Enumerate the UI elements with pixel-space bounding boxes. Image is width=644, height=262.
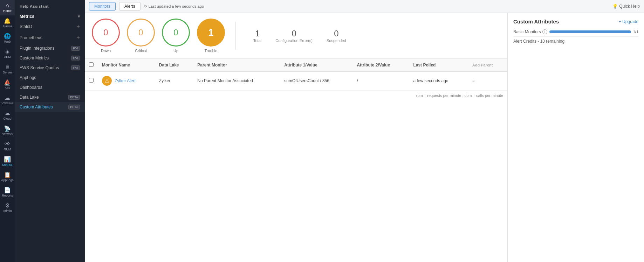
top-bar-left: Monitors Alerts ↻ Last updated a few sec… bbox=[89, 2, 204, 10]
quick-help-icon: 💡 bbox=[612, 4, 618, 9]
critical-label: Critical bbox=[135, 49, 147, 53]
sidebar-item-aws-service-quotas[interactable]: AWS Service Quotas PVI bbox=[15, 63, 85, 73]
critical-circle: 0 bbox=[127, 19, 155, 47]
prometheus-add-icon[interactable]: + bbox=[77, 35, 80, 41]
nav-apm[interactable]: ◈ APM bbox=[0, 46, 15, 62]
nav-home[interactable]: ⌂ Home bbox=[0, 0, 15, 15]
aws-service-quotas-label: AWS Service Quotas bbox=[20, 65, 59, 70]
nav-admin-label: Admin bbox=[3, 209, 12, 213]
basic-monitors-row: Basic Monitors i 1/1 bbox=[513, 29, 638, 34]
metrics-expand-icon: ▾ bbox=[78, 14, 80, 19]
sidebar-item-prometheus[interactable]: Prometheus + bbox=[15, 32, 85, 43]
monitors-tab[interactable]: Monitors bbox=[89, 2, 116, 10]
sidebar-item-plugin-integrations[interactable]: Plugin Integrations PVI bbox=[15, 43, 85, 53]
alert-credits: Alert Credits - 10 remaining bbox=[513, 36, 638, 44]
nav-web[interactable]: 🌐 Web bbox=[0, 31, 15, 46]
circle-down: 0 Down bbox=[92, 19, 120, 53]
summary-config-errors: 0 Configuration Error(s) bbox=[275, 29, 313, 43]
nav-applogs[interactable]: 📋 AppLogs bbox=[0, 169, 15, 185]
col-add-parent: Add Parent bbox=[468, 59, 507, 72]
dashboards-label: Dashboards bbox=[20, 85, 42, 90]
trouble-circle: 1 bbox=[197, 19, 225, 47]
col-last-polled: Last Polled bbox=[409, 59, 468, 72]
nav-metrics[interactable]: 📊 Metrics bbox=[0, 154, 15, 169]
nav-k8s-label: K8s bbox=[5, 86, 10, 90]
sidebar-item-data-lake[interactable]: Data Lake BETA bbox=[15, 92, 85, 102]
footnote: rpm = requests per minute , cpm = calls … bbox=[85, 90, 507, 100]
last-polled-cell: a few seconds ago bbox=[409, 72, 468, 90]
trouble-value: 1 bbox=[208, 27, 214, 38]
add-parent-cell: ≡ bbox=[468, 72, 507, 90]
col-parent-monitor: Parent Monitor bbox=[193, 59, 280, 72]
quick-help-label: Quick Help bbox=[619, 4, 640, 9]
down-circle: 0 bbox=[92, 19, 120, 47]
up-circle: 0 bbox=[162, 19, 190, 47]
nav-server[interactable]: 🖥 Server bbox=[0, 62, 15, 77]
home-icon: ⌂ bbox=[6, 3, 9, 8]
sidebar-item-custom-metrics[interactable]: Custom Metrics PVI bbox=[15, 53, 85, 63]
sidebar-item-statsd[interactable]: StatsD + bbox=[15, 21, 85, 32]
stats-divider bbox=[235, 22, 236, 50]
alerts-tab[interactable]: Alerts bbox=[119, 2, 141, 10]
custom-metrics-label: Custom Metrics bbox=[20, 56, 49, 61]
custom-metrics-badge: PVI bbox=[71, 56, 80, 61]
nav-reports[interactable]: 📄 Reports bbox=[0, 185, 15, 200]
nav-rum[interactable]: 👁 RUM bbox=[0, 139, 15, 154]
server-icon: 🖥 bbox=[5, 64, 10, 70]
applogs-sidebar-label: AppLogs bbox=[20, 75, 36, 80]
nav-network[interactable]: 📡 Network bbox=[0, 123, 15, 139]
monitor-panel: 0 Down 0 Critical 0 Up bbox=[85, 13, 507, 262]
nav-reports-label: Reports bbox=[2, 194, 13, 197]
right-panel: Custom Attributes + Upgrade Basic Monito… bbox=[507, 13, 644, 262]
table-body: ⚠ Zylker Alert Zylker No Parent Monitor … bbox=[85, 72, 507, 90]
plugin-integrations-label: Plugin Integrations bbox=[20, 46, 54, 51]
col-attr2: Attribute 2/Value bbox=[352, 59, 409, 72]
nav-cloud[interactable]: ☁ Cloud bbox=[0, 108, 15, 123]
apm-icon: ◈ bbox=[5, 49, 9, 55]
upgrade-link[interactable]: + Upgrade bbox=[619, 19, 638, 24]
prometheus-label: Prometheus bbox=[20, 35, 42, 40]
stats-row: 0 Down 0 Critical 0 Up bbox=[85, 13, 507, 59]
down-value: 0 bbox=[103, 28, 108, 37]
statsd-label: StatsD bbox=[20, 24, 32, 29]
help-assistant-label: Help Assistant bbox=[20, 4, 49, 8]
nav-vmware[interactable]: ☁ VMware bbox=[0, 92, 15, 108]
statsd-add-icon[interactable]: + bbox=[77, 23, 80, 30]
status-badge-trouble: ⚠ bbox=[102, 76, 112, 86]
row-menu-icon[interactable]: ≡ bbox=[472, 78, 475, 83]
refresh-icon: ↻ bbox=[144, 4, 147, 9]
quick-help-button[interactable]: 💡 Quick Help bbox=[612, 4, 640, 9]
nav-alarms[interactable]: 🔔 Alarms bbox=[0, 15, 15, 31]
custom-attributes-label: Custom Attributes bbox=[20, 105, 53, 109]
nav-k8s[interactable]: ⛵ K8s bbox=[0, 77, 15, 92]
summary-suspended: 0 Suspended bbox=[327, 29, 346, 43]
sidebar-item-applogs[interactable]: AppLogs bbox=[15, 73, 85, 83]
monitor-name-link[interactable]: Zylker Alert bbox=[115, 78, 136, 83]
col-monitor-name: Monitor Name bbox=[98, 59, 155, 72]
circle-up: 0 Up bbox=[162, 19, 190, 53]
nav-rum-label: RUM bbox=[4, 148, 11, 151]
sidebar-item-dashboards[interactable]: Dashboards bbox=[15, 83, 85, 92]
trouble-label: Trouble bbox=[205, 49, 218, 53]
nav-admin[interactable]: ⚙ Admin bbox=[0, 200, 15, 215]
reports-icon: 📄 bbox=[4, 187, 11, 193]
sidebar-header: Help Assistant bbox=[15, 0, 85, 11]
row-checkbox[interactable] bbox=[89, 78, 94, 83]
select-all-checkbox[interactable] bbox=[89, 62, 94, 67]
basic-monitors-info-icon[interactable]: i bbox=[542, 29, 547, 34]
alarms-icon: 🔔 bbox=[4, 18, 11, 24]
last-updated: ↻ Last updated a few seconds ago bbox=[144, 4, 204, 9]
col-data-lake: Data Lake bbox=[155, 59, 193, 72]
config-error-label: Configuration Error(s) bbox=[275, 38, 313, 43]
top-bar: Monitors Alerts ↻ Last updated a few sec… bbox=[85, 0, 644, 13]
attr1-cell: sumOfUsersCount / 856 bbox=[280, 72, 352, 90]
rum-icon: 👁 bbox=[5, 141, 10, 147]
table-row: ⚠ Zylker Alert Zylker No Parent Monitor … bbox=[85, 72, 507, 90]
parent-monitor-cell: No Parent Monitor Associated bbox=[193, 72, 280, 90]
sidebar-item-custom-attributes[interactable]: Custom Attributes BETA bbox=[15, 102, 85, 112]
nav-cloud-label: Cloud bbox=[3, 117, 12, 120]
monitor-name-cell: ⚠ Zylker Alert bbox=[98, 72, 155, 90]
metrics-section-label: Metrics bbox=[20, 14, 34, 19]
aws-badge: PVI bbox=[71, 65, 80, 70]
summary-stats: 1 Total 0 Configuration Error(s) 0 Suspe… bbox=[246, 29, 346, 43]
